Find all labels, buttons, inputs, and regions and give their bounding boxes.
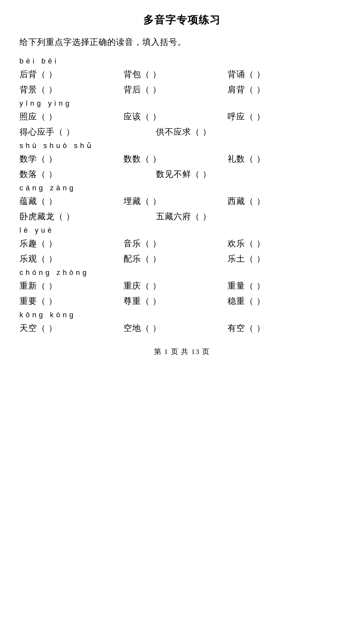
item-0-1-2: 肩背（ ） (228, 84, 332, 95)
item-3-0-0: 蕴藏（ ） (20, 196, 124, 207)
item-4-0-1: 音乐（ ） (124, 238, 228, 249)
pinyin-5: chóng zhòng (20, 268, 344, 277)
item-text-2-0-1: 数数（ ） (124, 153, 161, 165)
section-4: lè yuè乐趣（ ）音乐（ ）欢乐（ ）乐观（ ）配乐（ ）乐土（ ） (20, 226, 344, 265)
item-text-4-0-2: 欢乐（ ） (228, 238, 265, 249)
item-2-0-1: 数数（ ） (124, 153, 228, 165)
section-2: shù shuò shǔ数学（ ）数数（ ）礼数（ ）数落（ ）数见不鲜（ ） (20, 142, 344, 180)
item-text-4-1-0: 乐观（ ） (20, 253, 57, 265)
item-5-1-1: 尊重（ ） (124, 295, 228, 307)
item-3-1-0: 卧虎藏龙（ ） (20, 211, 156, 222)
content-area: bèi bēi后背（ ）背包（ ）背诵（ ）背景（ ）背后（ ）肩背（ ）yīn… (20, 57, 344, 334)
item-text-0-0-0: 后背（ ） (20, 69, 57, 80)
page-title: 多音字专项练习 (20, 13, 344, 27)
item-0-1-1: 背后（ ） (124, 84, 228, 95)
item-text-6-0-2: 有空（ ） (228, 322, 265, 334)
item-1-0-0: 照应（ ） (20, 111, 124, 122)
section-6: kōng kòng天空（ ）空地（ ）有空（ ） (20, 311, 344, 334)
items-row-5-0: 重新（ ）重庆（ ）重量（ ） (20, 280, 344, 292)
item-text-4-1-2: 乐土（ ） (228, 253, 265, 265)
item-4-0-0: 乐趣（ ） (20, 238, 124, 249)
item-5-1-0: 重要（ ） (20, 295, 124, 307)
item-text-2-1-0: 数落（ ） (20, 169, 57, 180)
item-text-1-0-0: 照应（ ） (20, 111, 57, 122)
item-3-1-1: 五藏六府（ ） (156, 211, 292, 222)
item-text-2-1-1: 数见不鲜（ ） (156, 169, 211, 180)
item-text-0-1-2: 肩背（ ） (228, 84, 265, 95)
item-5-0-2: 重量（ ） (228, 280, 332, 292)
item-text-4-1-1: 配乐（ ） (124, 253, 161, 265)
section-3: cáng zàng蕴藏（ ）埋藏（ ）西藏（ ）卧虎藏龙（ ）五藏六府（ ） (20, 184, 344, 222)
items-row-3-1: 卧虎藏龙（ ）五藏六府（ ） (20, 211, 344, 222)
pinyin-4: lè yuè (20, 226, 344, 235)
item-text-3-0-2: 西藏（ ） (228, 196, 265, 207)
item-text-4-0-0: 乐趣（ ） (20, 238, 57, 249)
item-1-1-0: 得心应手（ ） (20, 126, 156, 138)
item-6-0-1: 空地（ ） (124, 322, 228, 334)
items-row-2-1: 数落（ ）数见不鲜（ ） (20, 169, 344, 180)
items-row-1-0: 照应（ ）应该（ ）呼应（ ） (20, 111, 344, 122)
items-row-2-0: 数学（ ）数数（ ）礼数（ ） (20, 153, 344, 165)
item-5-0-1: 重庆（ ） (124, 280, 228, 292)
instruction: 给下列重点字选择正确的读音，填入括号。 (20, 36, 344, 48)
item-text-6-0-0: 天空（ ） (20, 322, 57, 334)
item-text-0-0-1: 背包（ ） (124, 69, 161, 80)
item-4-1-0: 乐观（ ） (20, 253, 124, 265)
item-4-1-1: 配乐（ ） (124, 253, 228, 265)
item-text-1-1-1: 供不应求（ ） (156, 126, 211, 138)
item-0-0-0: 后背（ ） (20, 69, 124, 80)
item-2-1-0: 数落（ ） (20, 169, 156, 180)
items-row-6-0: 天空（ ）空地（ ）有空（ ） (20, 322, 344, 334)
item-text-2-0-0: 数学（ ） (20, 153, 57, 165)
item-5-1-2: 稳重（ ） (228, 295, 332, 307)
item-text-5-1-1: 尊重（ ） (124, 295, 161, 307)
item-text-1-0-1: 应该（ ） (124, 111, 161, 122)
pinyin-2: shù shuò shǔ (20, 142, 344, 150)
pinyin-1: yīng yìng (20, 99, 344, 108)
items-row-4-1: 乐观（ ）配乐（ ）乐土（ ） (20, 253, 344, 265)
item-text-4-0-1: 音乐（ ） (124, 238, 161, 249)
section-0: bèi bēi后背（ ）背包（ ）背诵（ ）背景（ ）背后（ ）肩背（ ） (20, 57, 344, 95)
item-text-1-0-2: 呼应（ ） (228, 111, 265, 122)
page-footer: 第 1 页 共 13 页 (20, 347, 344, 357)
items-row-0-0: 后背（ ）背包（ ）背诵（ ） (20, 69, 344, 80)
item-text-1-1-0: 得心应手（ ） (20, 126, 75, 138)
item-1-1-1: 供不应求（ ） (156, 126, 292, 138)
item-2-0-2: 礼数（ ） (228, 153, 332, 165)
item-6-0-2: 有空（ ） (228, 322, 332, 334)
items-row-0-1: 背景（ ）背后（ ）肩背（ ） (20, 84, 344, 95)
item-text-0-0-2: 背诵（ ） (228, 69, 265, 80)
item-0-0-1: 背包（ ） (124, 69, 228, 80)
section-5: chóng zhòng重新（ ）重庆（ ）重量（ ）重要（ ）尊重（ ）稳重（ … (20, 268, 344, 307)
section-1: yīng yìng照应（ ）应该（ ）呼应（ ）得心应手（ ）供不应求（ ） (20, 99, 344, 138)
item-1-0-1: 应该（ ） (124, 111, 228, 122)
pinyin-0: bèi bēi (20, 57, 344, 65)
item-5-0-0: 重新（ ） (20, 280, 124, 292)
item-2-1-1: 数见不鲜（ ） (156, 169, 292, 180)
item-2-0-0: 数学（ ） (20, 153, 124, 165)
item-text-6-0-1: 空地（ ） (124, 322, 161, 334)
item-text-2-0-2: 礼数（ ） (228, 153, 265, 165)
item-4-1-2: 乐土（ ） (228, 253, 332, 265)
item-text-3-1-1: 五藏六府（ ） (156, 211, 211, 222)
item-1-0-2: 呼应（ ） (228, 111, 332, 122)
item-text-3-0-1: 埋藏（ ） (124, 196, 161, 207)
items-row-5-1: 重要（ ）尊重（ ）稳重（ ） (20, 295, 344, 307)
item-3-0-1: 埋藏（ ） (124, 196, 228, 207)
item-3-0-2: 西藏（ ） (228, 196, 332, 207)
item-0-0-2: 背诵（ ） (228, 69, 332, 80)
item-4-0-2: 欢乐（ ） (228, 238, 332, 249)
item-text-3-0-0: 蕴藏（ ） (20, 196, 57, 207)
item-text-5-0-1: 重庆（ ） (124, 280, 161, 292)
item-text-0-1-0: 背景（ ） (20, 84, 57, 95)
item-0-1-0: 背景（ ） (20, 84, 124, 95)
pinyin-6: kōng kòng (20, 311, 344, 319)
item-text-5-0-2: 重量（ ） (228, 280, 265, 292)
items-row-1-1: 得心应手（ ）供不应求（ ） (20, 126, 344, 138)
item-text-0-1-1: 背后（ ） (124, 84, 161, 95)
item-text-5-1-2: 稳重（ ） (228, 295, 265, 307)
item-6-0-0: 天空（ ） (20, 322, 124, 334)
items-row-3-0: 蕴藏（ ）埋藏（ ）西藏（ ） (20, 196, 344, 207)
item-text-5-1-0: 重要（ ） (20, 295, 57, 307)
item-text-3-1-0: 卧虎藏龙（ ） (20, 211, 75, 222)
